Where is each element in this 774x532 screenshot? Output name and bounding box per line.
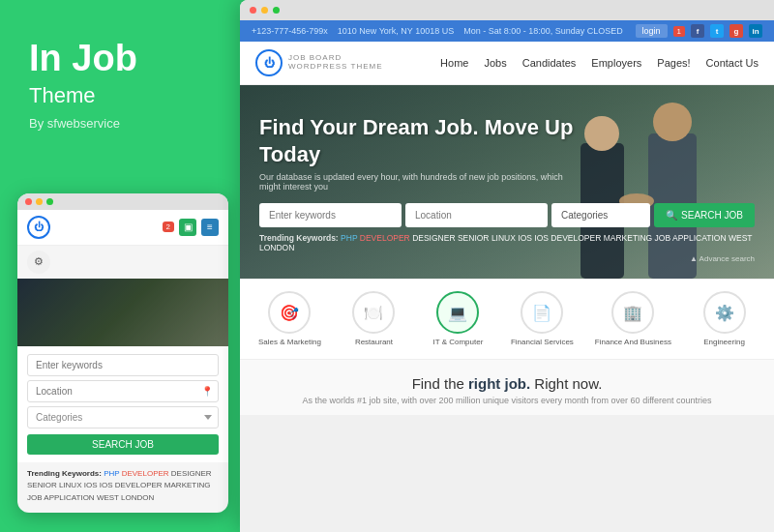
nav-home[interactable]: Home (440, 57, 468, 69)
finance-business-icon: 🏢 (611, 291, 654, 334)
cat-finance-business-label: Finance And Business (595, 338, 671, 347)
logo-circle: ⏻ (255, 49, 283, 76)
phone-nav-icons: 2 ▣ ≡ (163, 219, 219, 236)
phone-categories-select[interactable]: Categories (27, 406, 219, 429)
hero-kw-linux[interactable]: LINUX (491, 233, 516, 243)
brand-title: In Job (29, 39, 211, 79)
it-computer-icon: 💻 (436, 291, 479, 334)
nav-pages[interactable]: Pages! (657, 57, 690, 69)
nav-icon-blue: ≡ (201, 219, 219, 236)
cat-it-computer[interactable]: 💻 IT & Computer (427, 291, 490, 347)
trending-keywords: Trending Keywords: PHP DEVELOPER DESIGNE… (259, 233, 755, 252)
bottom-section: Find the right job. Right now. As the wo… (240, 359, 774, 415)
search-location-input[interactable] (405, 203, 548, 227)
hero-kw-php[interactable]: PHP (341, 233, 357, 243)
notification-badge: 2 (163, 222, 174, 232)
phone-logo: ⏻ (27, 216, 50, 239)
cat-it-label: IT & Computer (432, 338, 483, 347)
search-keywords-input[interactable] (259, 203, 402, 227)
hero-kw-ios[interactable]: IOS (518, 233, 532, 243)
phone-titlebar (17, 193, 228, 210)
hero-section: Find Your Dream Job. Move Up Today Our d… (240, 85, 774, 279)
kw-php[interactable]: PHP (104, 469, 122, 478)
topbar-hours: Mon - Sat 8:00 - 18:00, Sunday CLOSED (463, 26, 623, 36)
left-panel: In Job Theme By sfwebservice ⏻ 2 ▣ ≡ ⚙ 📍 (0, 0, 240, 532)
hero-kw-senior[interactable]: SENIOR (458, 233, 490, 243)
phone-nav-bar: ⏻ 2 ▣ ≡ (17, 210, 228, 246)
phone-location-wrapper: 📍 (27, 380, 219, 402)
navbar-menu: Home Jobs Candidates Employers Pages! Co… (440, 57, 759, 69)
nav-icon-green: ▣ (179, 219, 196, 236)
phone-hero-overlay (17, 279, 228, 346)
phone-search-button[interactable]: SEARCH JOB (27, 434, 219, 455)
nav-candidates[interactable]: Candidates (522, 57, 577, 69)
phone-gear-icon: ⚙ (27, 251, 50, 274)
cat-finance-business[interactable]: 🏢 Finance And Business (595, 291, 671, 347)
hero-kw-job-app[interactable]: JOB APPLICATION (655, 233, 727, 243)
nav-contact[interactable]: Contact Us (706, 57, 759, 69)
logo-sub-text: WORDPRESS THEME (288, 63, 383, 72)
phone-hero-image (17, 279, 228, 346)
hero-subtitle: Our database is updated every hour, with… (259, 172, 569, 192)
browser-dot-red (250, 7, 256, 14)
hero-kw-designer[interactable]: DESIGNER (412, 233, 455, 243)
sales-marketing-icon: 🎯 (268, 291, 311, 334)
facebook-icon[interactable]: f (691, 24, 704, 38)
kw-marketing[interactable]: MARKETING (164, 481, 211, 489)
hero-kw-marketing[interactable]: MARKETING (604, 233, 653, 243)
categories-row: 🎯 Sales & Marketing 🍽️ Restaurant 💻 IT &… (240, 279, 774, 359)
navbar-logo: ⏻ JOB BOARD WORDPRESS THEME (255, 49, 383, 76)
cat-sales-marketing[interactable]: 🎯 Sales & Marketing (258, 291, 321, 347)
financial-icon: 📄 (521, 291, 563, 334)
browser-dot-yellow (261, 7, 268, 14)
bottom-title-emphasis: right job. (468, 375, 530, 392)
advance-search-link[interactable]: ▲ Advance search (259, 254, 755, 263)
kw-ios-dev[interactable]: IOS DEVELOPER (100, 481, 164, 489)
cat-restaurant-label: Restaurant (355, 338, 393, 347)
engineering-icon: ⚙️ (703, 291, 746, 334)
hero-content: Find Your Dream Job. Move Up Today Our d… (240, 85, 774, 263)
cat-engineering-label: Engineering (703, 338, 745, 347)
search-categories-select[interactable]: Categories (551, 203, 650, 227)
kw-ios[interactable]: IOS (84, 481, 100, 489)
kw-senior[interactable]: SENIOR (27, 481, 59, 489)
phone-trending-keywords: Trending Keywords: PHP DEVELOPER DESIGNE… (17, 462, 228, 513)
cat-sales-marketing-label: Sales & Marketing (258, 338, 321, 347)
topbar-address: 1010 New York, NY 10018 US (338, 26, 454, 36)
kw-developer[interactable]: DEVELOPER (122, 469, 171, 478)
topbar-left: +123-777-456-799x 1010 New York, NY 1001… (252, 26, 623, 36)
cat-restaurant[interactable]: 🍽️ Restaurant (342, 291, 405, 347)
search-button[interactable]: 🔍 SEARCH JOB (654, 203, 755, 227)
hero-kw-developer[interactable]: DEVELOPER (360, 233, 410, 243)
trending-label-browser: Trending Keywords: (259, 233, 339, 243)
cat-engineering[interactable]: ⚙️ Engineering (693, 291, 756, 347)
cat-financial[interactable]: 📄 Financial Services (511, 291, 574, 347)
trending-label: Trending Keywords: (27, 469, 102, 478)
dot-yellow (36, 198, 43, 205)
hero-kw-ios-dev[interactable]: IOS DEVELOPER (534, 233, 601, 243)
site-topbar: +123-777-456-799x 1010 New York, NY 1001… (240, 20, 774, 42)
googleplus-icon[interactable]: g (729, 24, 743, 38)
phone-keywords-input[interactable] (27, 354, 219, 376)
nav-employers[interactable]: Employers (591, 57, 641, 69)
phone-search-section: 📍 Categories SEARCH JOB (17, 346, 228, 462)
phone-mockup: ⏻ 2 ▣ ≡ ⚙ 📍 Categories SEARCH JOB Trendi… (17, 193, 228, 513)
kw-west-london[interactable]: WEST LONDON (97, 493, 154, 502)
dot-red (25, 198, 32, 205)
linkedin-icon[interactable]: in (749, 24, 762, 38)
location-icon: 📍 (201, 386, 213, 397)
hero-title: Find Your Dream Job. Move Up Today (259, 114, 588, 167)
nav-jobs[interactable]: Jobs (484, 57, 506, 69)
phone-location-input[interactable] (27, 380, 219, 402)
topbar-notification: 1 (673, 26, 685, 37)
login-button[interactable]: login (636, 24, 668, 38)
topbar-phone: +123-777-456-799x (252, 26, 328, 36)
restaurant-icon: 🍽️ (352, 291, 395, 334)
kw-job-app[interactable]: JOB APPLICATION (27, 493, 97, 502)
kw-designer[interactable]: DESIGNER (171, 469, 212, 478)
search-bar: Categories 🔍 SEARCH JOB (259, 203, 755, 227)
kw-linux[interactable]: LINUX (59, 481, 84, 489)
dot-green (46, 198, 53, 205)
twitter-icon[interactable]: t (710, 24, 724, 38)
search-icon: 🔍 (666, 210, 677, 221)
